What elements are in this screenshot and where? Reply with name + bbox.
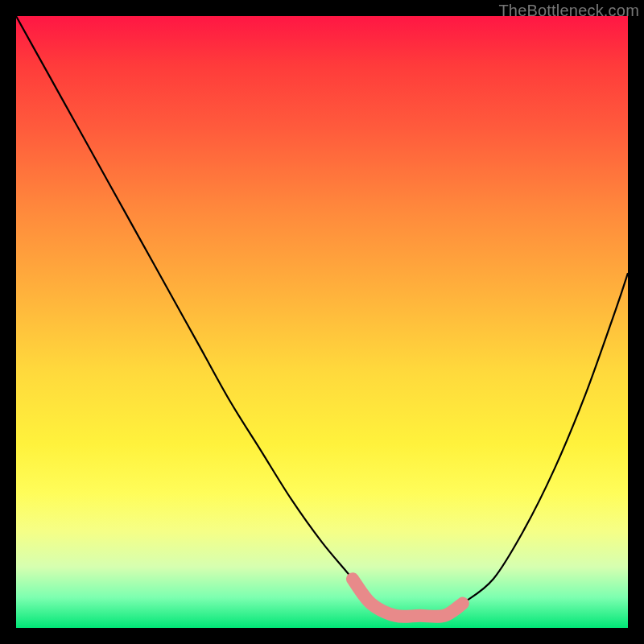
bottleneck-curve — [16, 16, 628, 617]
curve-layer — [16, 16, 628, 628]
plot-area — [16, 16, 628, 628]
chart-frame: TheBottleneck.com — [0, 0, 644, 644]
highlight-band — [353, 579, 463, 617]
